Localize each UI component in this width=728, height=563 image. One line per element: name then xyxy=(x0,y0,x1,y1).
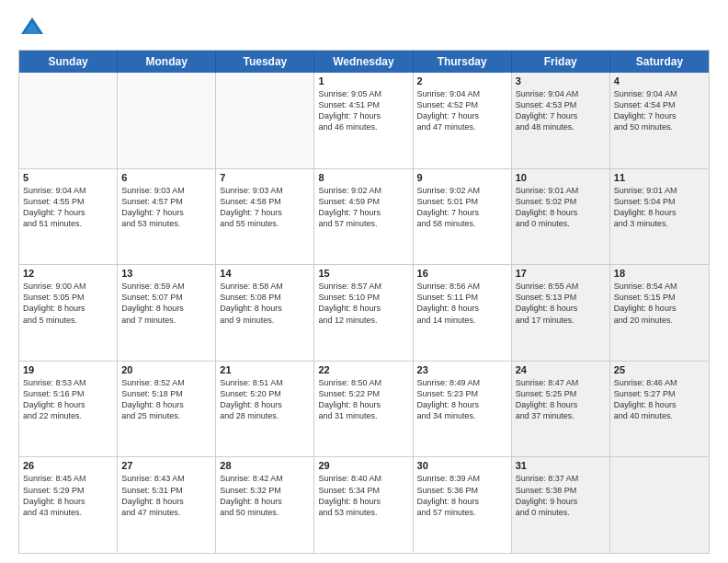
calendar-week-1: 1Sunrise: 9:05 AM Sunset: 4:51 PM Daylig… xyxy=(19,73,709,169)
calendar-cell: 12Sunrise: 9:00 AM Sunset: 5:05 PM Dayli… xyxy=(19,265,118,361)
day-info: Sunrise: 9:03 AM Sunset: 4:58 PM Dayligh… xyxy=(220,185,310,230)
day-info: Sunrise: 8:43 AM Sunset: 5:31 PM Dayligh… xyxy=(121,473,211,518)
calendar-cell: 18Sunrise: 8:54 AM Sunset: 5:15 PM Dayli… xyxy=(610,265,709,361)
day-info: Sunrise: 8:47 AM Sunset: 5:25 PM Dayligh… xyxy=(516,377,606,422)
day-number: 8 xyxy=(318,172,408,183)
day-number: 3 xyxy=(516,75,606,86)
header-day-saturday: Saturday xyxy=(610,51,709,73)
day-info: Sunrise: 9:00 AM Sunset: 5:05 PM Dayligh… xyxy=(23,281,113,326)
day-number: 29 xyxy=(318,460,408,471)
calendar-cell: 15Sunrise: 8:57 AM Sunset: 5:10 PM Dayli… xyxy=(314,265,413,361)
day-number: 26 xyxy=(23,460,113,471)
day-number: 28 xyxy=(220,460,310,471)
header-day-tuesday: Tuesday xyxy=(216,51,314,73)
calendar-body: 1Sunrise: 9:05 AM Sunset: 4:51 PM Daylig… xyxy=(19,73,709,553)
day-info: Sunrise: 8:46 AM Sunset: 5:27 PM Dayligh… xyxy=(614,377,705,422)
day-number: 22 xyxy=(318,364,408,375)
logo-icon xyxy=(18,15,46,42)
day-info: Sunrise: 8:39 AM Sunset: 5:36 PM Dayligh… xyxy=(417,473,507,518)
calendar-cell: 31Sunrise: 8:37 AM Sunset: 5:38 PM Dayli… xyxy=(512,457,610,553)
header-day-thursday: Thursday xyxy=(414,51,512,73)
day-info: Sunrise: 9:04 AM Sunset: 4:52 PM Dayligh… xyxy=(417,88,507,133)
calendar-header: SundayMondayTuesdayWednesdayThursdayFrid… xyxy=(19,51,709,73)
day-number: 4 xyxy=(614,75,705,86)
header-day-sunday: Sunday xyxy=(19,51,118,73)
day-info: Sunrise: 8:37 AM Sunset: 5:38 PM Dayligh… xyxy=(516,473,606,518)
calendar-cell: 22Sunrise: 8:50 AM Sunset: 5:22 PM Dayli… xyxy=(314,362,413,457)
day-number: 7 xyxy=(220,172,310,183)
day-number: 15 xyxy=(318,268,408,279)
day-info: Sunrise: 8:49 AM Sunset: 5:23 PM Dayligh… xyxy=(417,377,507,422)
day-info: Sunrise: 8:40 AM Sunset: 5:34 PM Dayligh… xyxy=(318,473,408,518)
day-info: Sunrise: 8:45 AM Sunset: 5:29 PM Dayligh… xyxy=(23,473,113,518)
calendar-cell: 9Sunrise: 9:02 AM Sunset: 5:01 PM Daylig… xyxy=(414,169,512,265)
calendar-cell: 29Sunrise: 8:40 AM Sunset: 5:34 PM Dayli… xyxy=(314,457,413,553)
day-number: 25 xyxy=(614,364,705,375)
calendar-cell xyxy=(216,73,314,168)
day-number: 21 xyxy=(220,364,310,375)
calendar-week-3: 12Sunrise: 9:00 AM Sunset: 5:05 PM Dayli… xyxy=(19,265,709,362)
day-info: Sunrise: 9:02 AM Sunset: 4:59 PM Dayligh… xyxy=(318,185,408,230)
calendar-week-2: 5Sunrise: 9:04 AM Sunset: 4:55 PM Daylig… xyxy=(19,169,709,266)
day-number: 20 xyxy=(121,364,211,375)
header xyxy=(18,15,710,42)
calendar-cell: 7Sunrise: 9:03 AM Sunset: 4:58 PM Daylig… xyxy=(216,169,314,265)
day-info: Sunrise: 9:03 AM Sunset: 4:57 PM Dayligh… xyxy=(121,185,211,230)
day-info: Sunrise: 8:56 AM Sunset: 5:11 PM Dayligh… xyxy=(417,281,507,326)
day-info: Sunrise: 8:57 AM Sunset: 5:10 PM Dayligh… xyxy=(318,281,408,326)
header-day-wednesday: Wednesday xyxy=(314,51,413,73)
day-number: 23 xyxy=(417,364,507,375)
day-info: Sunrise: 8:55 AM Sunset: 5:13 PM Dayligh… xyxy=(516,281,606,326)
day-info: Sunrise: 8:50 AM Sunset: 5:22 PM Dayligh… xyxy=(318,377,408,422)
calendar-cell: 13Sunrise: 8:59 AM Sunset: 5:07 PM Dayli… xyxy=(118,265,216,361)
calendar-cell: 28Sunrise: 8:42 AM Sunset: 5:32 PM Dayli… xyxy=(216,457,314,553)
calendar-cell: 25Sunrise: 8:46 AM Sunset: 5:27 PM Dayli… xyxy=(610,362,709,457)
day-info: Sunrise: 8:52 AM Sunset: 5:18 PM Dayligh… xyxy=(121,377,211,422)
calendar-cell: 5Sunrise: 9:04 AM Sunset: 4:55 PM Daylig… xyxy=(19,169,118,265)
day-number: 11 xyxy=(614,172,705,183)
calendar-cell: 1Sunrise: 9:05 AM Sunset: 4:51 PM Daylig… xyxy=(314,73,413,168)
day-number: 18 xyxy=(614,268,705,279)
day-info: Sunrise: 9:04 AM Sunset: 4:55 PM Dayligh… xyxy=(23,185,113,230)
calendar-cell: 30Sunrise: 8:39 AM Sunset: 5:36 PM Dayli… xyxy=(414,457,512,553)
calendar-cell: 24Sunrise: 8:47 AM Sunset: 5:25 PM Dayli… xyxy=(512,362,610,457)
calendar-cell: 19Sunrise: 8:53 AM Sunset: 5:16 PM Dayli… xyxy=(19,362,118,457)
day-info: Sunrise: 9:05 AM Sunset: 4:51 PM Dayligh… xyxy=(318,88,408,133)
calendar-cell: 16Sunrise: 8:56 AM Sunset: 5:11 PM Dayli… xyxy=(414,265,512,361)
day-number: 31 xyxy=(516,460,606,471)
day-number: 13 xyxy=(121,268,211,279)
calendar-cell: 26Sunrise: 8:45 AM Sunset: 5:29 PM Dayli… xyxy=(19,457,118,553)
day-number: 19 xyxy=(23,364,113,375)
day-number: 16 xyxy=(417,268,507,279)
calendar-cell: 14Sunrise: 8:58 AM Sunset: 5:08 PM Dayli… xyxy=(216,265,314,361)
header-day-friday: Friday xyxy=(512,51,610,73)
day-info: Sunrise: 8:51 AM Sunset: 5:20 PM Dayligh… xyxy=(220,377,310,422)
day-info: Sunrise: 8:42 AM Sunset: 5:32 PM Dayligh… xyxy=(220,473,310,518)
calendar-cell: 21Sunrise: 8:51 AM Sunset: 5:20 PM Dayli… xyxy=(216,362,314,457)
calendar: SundayMondayTuesdayWednesdayThursdayFrid… xyxy=(18,50,710,554)
day-number: 9 xyxy=(417,172,507,183)
day-number: 12 xyxy=(23,268,113,279)
calendar-cell: 20Sunrise: 8:52 AM Sunset: 5:18 PM Dayli… xyxy=(118,362,216,457)
calendar-cell: 27Sunrise: 8:43 AM Sunset: 5:31 PM Dayli… xyxy=(118,457,216,553)
calendar-cell: 4Sunrise: 9:04 AM Sunset: 4:54 PM Daylig… xyxy=(610,73,709,168)
calendar-cell: 10Sunrise: 9:01 AM Sunset: 5:02 PM Dayli… xyxy=(512,169,610,265)
day-info: Sunrise: 8:53 AM Sunset: 5:16 PM Dayligh… xyxy=(23,377,113,422)
day-number: 17 xyxy=(516,268,606,279)
day-number: 27 xyxy=(121,460,211,471)
calendar-cell: 3Sunrise: 9:04 AM Sunset: 4:53 PM Daylig… xyxy=(512,73,610,168)
day-info: Sunrise: 9:01 AM Sunset: 5:02 PM Dayligh… xyxy=(516,185,606,230)
calendar-cell: 6Sunrise: 9:03 AM Sunset: 4:57 PM Daylig… xyxy=(118,169,216,265)
calendar-cell xyxy=(610,457,709,553)
calendar-cell: 11Sunrise: 9:01 AM Sunset: 5:04 PM Dayli… xyxy=(610,169,709,265)
day-number: 10 xyxy=(516,172,606,183)
calendar-cell: 2Sunrise: 9:04 AM Sunset: 4:52 PM Daylig… xyxy=(414,73,512,168)
logo xyxy=(18,15,50,42)
day-number: 24 xyxy=(516,364,606,375)
day-number: 6 xyxy=(121,172,211,183)
day-info: Sunrise: 9:04 AM Sunset: 4:54 PM Dayligh… xyxy=(614,88,705,133)
calendar-week-4: 19Sunrise: 8:53 AM Sunset: 5:16 PM Dayli… xyxy=(19,362,709,458)
day-info: Sunrise: 9:04 AM Sunset: 4:53 PM Dayligh… xyxy=(516,88,606,133)
header-day-monday: Monday xyxy=(118,51,216,73)
calendar-cell: 8Sunrise: 9:02 AM Sunset: 4:59 PM Daylig… xyxy=(314,169,413,265)
